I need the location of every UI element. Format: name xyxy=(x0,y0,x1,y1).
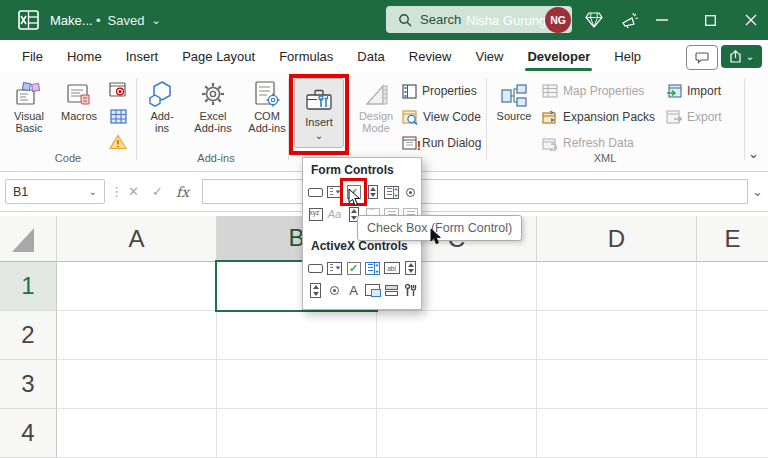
tab-developer[interactable]: Developer xyxy=(515,40,602,72)
macro-security-button[interactable] xyxy=(106,130,130,154)
source-label: Source xyxy=(497,110,532,122)
add-ins-button[interactable]: Add-ins xyxy=(141,76,183,150)
enter-check-icon[interactable]: ✓ xyxy=(152,179,163,204)
cell-e4[interactable] xyxy=(697,409,768,458)
properties-button[interactable]: Properties xyxy=(402,80,477,102)
com-add-ins-label: COM Add-ins xyxy=(242,110,292,134)
ax-toggle-button-icon[interactable] xyxy=(382,279,401,301)
megaphone-icon[interactable] xyxy=(614,0,646,40)
tab-home[interactable]: Home xyxy=(55,40,114,72)
name-box[interactable]: B1 ⌄ xyxy=(5,179,105,204)
cell-b2[interactable] xyxy=(217,311,377,360)
cell-c2[interactable] xyxy=(377,311,537,360)
ax-command-button-icon[interactable] xyxy=(306,257,325,279)
cell-c3[interactable] xyxy=(377,360,537,409)
form-text-field-icon[interactable]: Aa xyxy=(325,203,344,225)
excel-logo-icon[interactable] xyxy=(12,0,44,40)
ax-option-button-icon[interactable] xyxy=(325,279,344,301)
cell-e3[interactable] xyxy=(697,360,768,409)
tab-data[interactable]: Data xyxy=(345,40,396,72)
ax-image-icon[interactable] xyxy=(363,279,382,301)
form-button-icon[interactable] xyxy=(306,181,325,203)
exclamation-mark: ! xyxy=(417,139,421,153)
tab-page-layout[interactable]: Page Layout xyxy=(170,40,267,72)
ax-list-box-icon[interactable] xyxy=(363,257,382,279)
cell-b3[interactable] xyxy=(217,360,377,409)
cell-a4[interactable] xyxy=(57,409,217,458)
cancel-icon[interactable]: ✕ xyxy=(128,179,139,204)
com-add-ins-button[interactable]: COM Add-ins xyxy=(241,76,293,150)
run-dialog-button[interactable]: ! Run Dialog xyxy=(402,132,481,154)
source-icon xyxy=(500,76,528,108)
cell-a1[interactable] xyxy=(57,262,217,311)
cell-a2[interactable] xyxy=(57,311,217,360)
export-button[interactable]: Export xyxy=(666,106,722,128)
cell-e2[interactable] xyxy=(697,311,768,360)
ax-text-box-icon[interactable]: abl xyxy=(382,257,401,279)
maximize-button[interactable] xyxy=(692,0,728,40)
user-name[interactable]: Nisha Gurung xyxy=(466,0,546,40)
visual-basic-label: Visual Basic xyxy=(4,110,54,134)
record-macro-button[interactable] xyxy=(106,78,130,102)
form-list-box-icon[interactable] xyxy=(382,181,401,203)
source-button[interactable]: Source xyxy=(492,76,536,150)
tab-formulas[interactable]: Formulas xyxy=(267,40,345,72)
cell-d4[interactable] xyxy=(537,409,697,458)
view-code-button[interactable]: View Code xyxy=(402,106,481,128)
cell-d3[interactable] xyxy=(537,360,697,409)
cell-e1[interactable] xyxy=(697,262,768,311)
select-all-corner[interactable] xyxy=(0,216,57,262)
cell-b4[interactable] xyxy=(217,409,377,458)
formula-input[interactable] xyxy=(202,179,748,204)
map-properties-button[interactable]: Map Properties xyxy=(542,80,644,102)
share-button[interactable]: ⌄ xyxy=(721,45,762,68)
ax-scroll-bar-icon[interactable] xyxy=(306,279,325,301)
macros-button[interactable]: Macros xyxy=(56,76,102,150)
excel-add-ins-button[interactable]: Excel Add-ins xyxy=(187,76,239,150)
tab-file[interactable]: File xyxy=(10,40,55,72)
tab-help[interactable]: Help xyxy=(602,40,653,72)
import-button[interactable]: Import xyxy=(666,80,721,102)
tab-view[interactable]: View xyxy=(463,40,515,72)
ax-more-controls-icon[interactable] xyxy=(401,279,420,301)
ax-check-box-icon[interactable]: ✓ xyxy=(344,257,363,279)
cell-c4[interactable] xyxy=(377,409,537,458)
design-mode-button[interactable]: Design Mode xyxy=(352,76,400,150)
use-relative-references-button[interactable] xyxy=(106,104,130,128)
form-option-button-icon[interactable] xyxy=(401,181,420,203)
column-header-d[interactable]: D xyxy=(537,216,697,262)
expansion-packs-button[interactable]: Expansion Packs xyxy=(542,106,655,128)
row-header-3[interactable]: 3 xyxy=(0,360,57,409)
column-header-e[interactable]: E xyxy=(697,216,768,262)
cell-a3[interactable] xyxy=(57,360,217,409)
expand-formula-bar-chevron[interactable]: ⌄ xyxy=(752,179,763,204)
ribbon-tab-bar: File Home Insert Page Layout Formulas Da… xyxy=(0,40,768,72)
row-header-2[interactable]: 2 xyxy=(0,311,57,360)
avatar[interactable]: NG xyxy=(545,7,571,33)
cursor-arrow-black xyxy=(430,228,442,245)
tab-insert[interactable]: Insert xyxy=(114,40,171,72)
expansion-packs-label: Expansion Packs xyxy=(563,110,655,124)
com-add-ins-icon xyxy=(254,76,280,108)
refresh-data-button[interactable]: Refresh Data xyxy=(542,132,634,154)
column-header-a[interactable]: A xyxy=(57,216,217,262)
comments-button[interactable] xyxy=(686,45,718,70)
row-header-4[interactable]: 4 xyxy=(0,409,57,458)
insert-function-button[interactable]: fx xyxy=(176,179,189,204)
minimize-button[interactable] xyxy=(644,0,680,40)
collapse-ribbon-chevron[interactable]: ⌄ xyxy=(748,146,759,161)
form-label-icon[interactable]: xyz xyxy=(306,203,325,225)
premium-diamond-icon[interactable] xyxy=(578,0,610,40)
cell-d2[interactable] xyxy=(537,311,697,360)
tab-review[interactable]: Review xyxy=(397,40,464,72)
ax-label-icon[interactable]: A xyxy=(344,279,363,301)
drag-handle-icon[interactable]: ⋮ xyxy=(110,179,123,204)
cell-d1[interactable] xyxy=(537,262,697,311)
ax-spin-button-icon[interactable] xyxy=(401,257,420,279)
ax-combo-box-icon[interactable] xyxy=(325,257,344,279)
save-status[interactable]: • Saved ⌄ xyxy=(96,0,161,40)
close-button[interactable] xyxy=(736,0,766,40)
workbook-title: Make... xyxy=(50,0,93,40)
row-header-1[interactable]: 1 xyxy=(0,262,57,311)
visual-basic-button[interactable]: Visual Basic xyxy=(4,76,54,150)
